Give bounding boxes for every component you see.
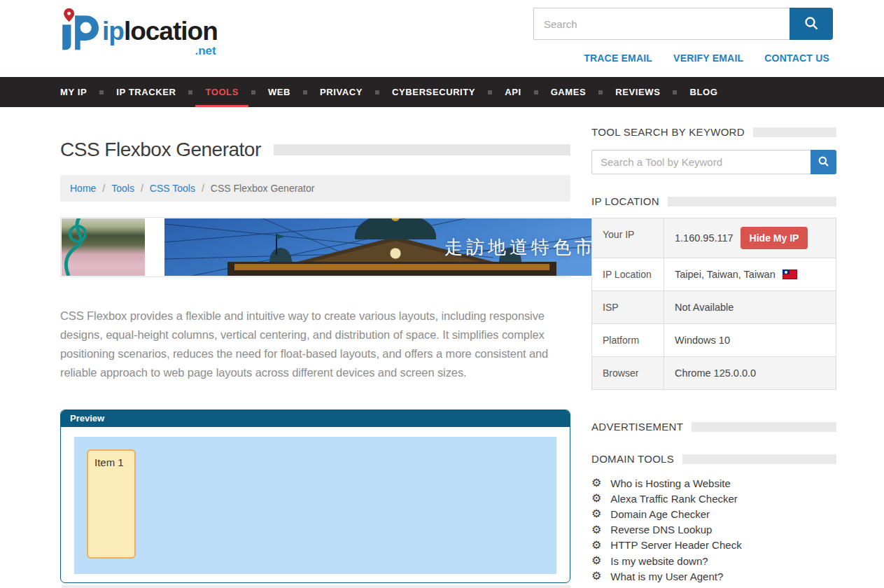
row-value: Taipei, Taiwan, Taiwan	[664, 258, 836, 290]
breadcrumb-home[interactable]: Home	[70, 183, 96, 194]
gear-icon: ⚙	[591, 493, 601, 504]
tool-search-input[interactable]	[591, 150, 811, 174]
contact-us-link[interactable]: CONTACT US	[764, 52, 829, 64]
breadcrumb-css-tools[interactable]: CSS Tools	[150, 183, 195, 194]
nav-item-my-ip[interactable]: MY IP	[50, 77, 97, 107]
list-item-http-header[interactable]: ⚙ HTTP Server Header Check	[591, 538, 836, 553]
title-decoration-bar	[274, 144, 570, 155]
nav-separator	[598, 90, 603, 94]
ip-location-heading-row: IP LOCATION	[591, 195, 836, 207]
page-title: CSS Flexbox Generator	[60, 139, 261, 161]
gear-icon: ⚙	[591, 477, 601, 489]
breadcrumb-separator: /	[202, 183, 204, 194]
breadcrumb-separator: /	[141, 183, 143, 194]
heading-decoration-bar	[682, 454, 836, 464]
domain-tools-heading: DOMAIN TOOLS	[591, 453, 674, 465]
nav-item-api[interactable]: API	[495, 77, 531, 107]
ad-left-image	[62, 218, 145, 276]
heading-decoration-bar	[753, 127, 836, 137]
row-label: Platform	[592, 324, 664, 356]
header-links: TRACE EMAIL VERIFY EMAIL CONTACT US	[584, 52, 829, 64]
preview-panel-body: Item 1	[61, 427, 570, 583]
list-item-reverse-dns[interactable]: ⚙ Reverse DNS Lookup	[591, 522, 836, 538]
list-item-website-down[interactable]: ⚙ Is my website down?	[591, 553, 836, 568]
nav-separator	[673, 90, 677, 94]
isp-value: Not Available	[664, 291, 836, 323]
breadcrumb-tools[interactable]: Tools	[111, 183, 134, 194]
hide-my-ip-button[interactable]: Hide My IP	[741, 227, 808, 249]
ip-location-value: Taipei, Taiwan, Taiwan	[675, 269, 776, 280]
nav-item-reviews[interactable]: REVIEWS	[605, 77, 670, 107]
nav-separator	[303, 90, 307, 94]
preview-panel-header: Preview	[61, 410, 570, 427]
nav-separator	[375, 90, 379, 94]
nav-item-blog[interactable]: BLOG	[680, 77, 727, 107]
nav-separator	[534, 90, 538, 94]
nav-separator	[188, 90, 192, 94]
advertisement-heading: ADVERTISEMENT	[591, 421, 683, 433]
table-row: Your IP 1.160.95.117 Hide My IP	[592, 218, 836, 258]
list-item-alexa-rank[interactable]: ⚙ Alexa Traffic Rank Checker	[591, 491, 836, 506]
nav-item-tools[interactable]: TOOLS	[195, 77, 248, 107]
flex-preview-item[interactable]: Item 1	[87, 449, 136, 559]
domain-tools-heading-row: DOMAIN TOOLS	[591, 453, 836, 465]
breadcrumb: Home / Tools / CSS Tools / CSS Flexbox G…	[60, 175, 570, 202]
trace-email-link[interactable]: TRACE EMAIL	[584, 52, 652, 64]
row-value: 1.160.95.117 Hide My IP	[664, 218, 836, 258]
row-label: ISP	[592, 291, 664, 323]
heading-decoration-bar	[692, 422, 836, 432]
preview-panel: Preview Item 1	[60, 410, 570, 583]
nav-item-cybersecurity[interactable]: CYBERSECURITY	[382, 77, 485, 107]
sidebar: TOOL SEARCH BY KEYWORD IP LOCATION Your …	[591, 107, 836, 588]
your-ip-value: 1.160.95.117	[675, 232, 734, 244]
header-search-button[interactable]	[790, 8, 833, 40]
verify-email-link[interactable]: VERIFY EMAIL	[673, 52, 743, 64]
header-search-input[interactable]	[533, 8, 790, 40]
gear-icon: ⚙	[591, 555, 601, 566]
ip-location-heading: IP LOCATION	[591, 195, 659, 207]
tool-description: CSS Flexbox provides a flexible and intu…	[60, 307, 559, 382]
site-logo[interactable]: iplocation .net	[53, 6, 218, 57]
gear-icon: ⚙	[591, 540, 601, 551]
tool-search-button[interactable]	[811, 150, 836, 174]
nav-item-web[interactable]: WEB	[258, 77, 300, 107]
table-row: Browser Chrome 125.0.0.0	[592, 357, 836, 389]
tool-search	[591, 150, 836, 174]
table-row: ISP Not Available	[592, 291, 836, 324]
table-row: Platform Windows 10	[592, 324, 836, 357]
row-label: Your IP	[592, 218, 664, 258]
ad-banner[interactable]: 走訪地道特色市集 ⓘ ✕	[60, 217, 570, 277]
list-item-user-agent[interactable]: ⚙ What is my User Agent?	[591, 568, 836, 584]
browser-value: Chrome 125.0.0.0	[664, 357, 836, 389]
logo-tld-text: .net	[102, 45, 218, 57]
main-content: CSS Flexbox Generator Home / Tools / CSS…	[60, 107, 570, 588]
domain-tools-list: ⚙ Who is Hosting a Website ⚙ Alexa Traff…	[591, 475, 836, 584]
table-row: IP Location Taipei, Taiwan, Taiwan	[592, 258, 836, 291]
search-icon	[818, 155, 829, 169]
flex-preview-container: Item 1	[74, 437, 556, 574]
breadcrumb-current: CSS Flexbox Generator	[211, 183, 315, 194]
platform-value: Windows 10	[664, 324, 836, 356]
list-item-domain-age[interactable]: ⚙ Domain Age Checker	[591, 506, 836, 522]
tool-search-heading-row: TOOL SEARCH BY KEYWORD	[591, 126, 836, 138]
nav-item-ip-tracker[interactable]: IP TRACKER	[106, 77, 185, 107]
title-row: CSS Flexbox Generator	[60, 139, 570, 161]
gear-icon: ⚙	[591, 508, 601, 519]
logo-ip-text: ip	[102, 17, 124, 46]
nav-separator	[99, 90, 104, 94]
main-nav: MY IP IP TRACKER TOOLS WEB PRIVACY CYBER…	[0, 77, 884, 107]
logo-location-text: location	[124, 17, 218, 46]
list-item-who-is-hosting[interactable]: ⚙ Who is Hosting a Website	[591, 475, 836, 491]
search-icon	[804, 15, 819, 33]
ip-location-table: Your IP 1.160.95.117 Hide My IP IP Locat…	[591, 218, 836, 390]
nav-separator	[488, 90, 492, 94]
row-label: IP Location	[592, 258, 664, 290]
advertisement-heading-row: ADVERTISEMENT	[591, 421, 836, 433]
nav-item-privacy[interactable]: PRIVACY	[310, 77, 372, 107]
header-search	[533, 8, 833, 40]
next-section-edge	[62, 585, 570, 588]
nav-separator	[251, 90, 255, 94]
nav-item-games[interactable]: GAMES	[541, 77, 596, 107]
gear-icon: ⚙	[591, 524, 601, 536]
heading-decoration-bar	[668, 197, 836, 206]
